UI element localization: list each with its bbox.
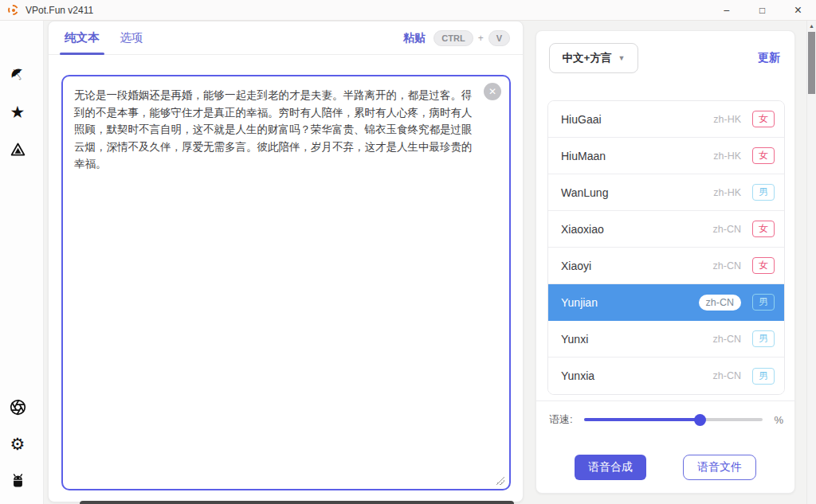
- voice-row[interactable]: Xiaoxiao zh-CN 女: [548, 211, 784, 248]
- voice-list: HiuGaai zh-HK 女 HiuMaan zh-HK 女 WanLung …: [547, 100, 785, 395]
- voice-row[interactable]: HiuGaai zh-HK 女: [548, 101, 784, 138]
- ctrl-key-badge: CTRL: [434, 30, 473, 46]
- voice-gender-badge: 女: [752, 147, 775, 164]
- paste-zone: 粘贴 CTRL + V: [403, 30, 510, 46]
- tab-options[interactable]: 选项: [116, 21, 148, 54]
- close-button[interactable]: ×: [780, 0, 816, 20]
- voice-name: Xiaoxiao: [561, 223, 604, 236]
- minimize-button[interactable]: −: [708, 0, 744, 20]
- voice-lang-badge: zh-CN: [713, 224, 741, 235]
- voice-lang-badge: zh-CN: [699, 295, 741, 311]
- voice-lang-badge: zh-CN: [713, 334, 741, 345]
- rate-slider-fill: [584, 418, 700, 421]
- sidebar: ☂ ★ ⚙: [0, 21, 44, 504]
- voice-gender-badge: 男: [752, 330, 775, 347]
- voice-row[interactable]: WanLung zh-HK 男: [548, 174, 784, 211]
- voice-name: Yunxia: [561, 369, 594, 382]
- window-scrollbar[interactable]: ▲: [806, 21, 816, 504]
- rate-label: 语速:: [549, 412, 573, 427]
- voice-lang-badge: zh-HK: [713, 187, 741, 198]
- voice-lang-badge: zh-HK: [713, 114, 741, 125]
- tab-plain-text[interactable]: 纯文本: [60, 21, 104, 54]
- voice-gender-badge: 男: [752, 368, 775, 385]
- text-input[interactable]: 无论是一段婚姻还是再婚，能够一起走到老的才是夫妻。半路离开的，都是过客。得到的不…: [61, 75, 511, 490]
- cutoff-toast-strip: [80, 501, 514, 504]
- chevron-down-icon: ▼: [618, 54, 625, 62]
- android-icon[interactable]: [6, 469, 29, 491]
- rate-slider-thumb[interactable]: [694, 414, 706, 426]
- voice-row[interactable]: Xiaoyi zh-CN 女: [548, 248, 784, 284]
- voice-gender-badge: 女: [752, 221, 775, 237]
- umbrella-icon[interactable]: ☂: [2, 59, 33, 90]
- voice-gender-badge: 女: [752, 257, 775, 274]
- clear-text-icon[interactable]: ✕: [484, 83, 501, 100]
- star-icon[interactable]: ★: [6, 101, 29, 123]
- editor-tabs: 纯文本 选项 粘贴 CTRL + V: [49, 21, 523, 55]
- rate-slider[interactable]: [584, 418, 763, 421]
- voice-name: HiuGaai: [561, 113, 602, 126]
- app-logo-icon: [8, 5, 18, 15]
- voice-row[interactable]: HiuMaan zh-HK 女: [548, 138, 784, 174]
- voice-name: Yunjian: [561, 296, 598, 309]
- voice-lang-badge: zh-CN: [713, 370, 741, 381]
- title-bar: VPot.Fun v2411 − □ ×: [0, 0, 816, 21]
- window-title: VPot.Fun v2411: [26, 5, 93, 16]
- rate-row: 语速: %: [536, 404, 794, 436]
- voice-row[interactable]: Yunjian zh-CN 男: [548, 284, 784, 321]
- paste-button[interactable]: 粘贴: [403, 31, 426, 45]
- gear-icon[interactable]: ⚙: [6, 433, 29, 455]
- synthesize-button[interactable]: 语音合成: [575, 455, 646, 480]
- divider: [536, 400, 794, 401]
- update-link[interactable]: 更新: [758, 51, 780, 65]
- voice-name: Yunxi: [561, 333, 588, 346]
- voice-name: WanLung: [561, 186, 608, 199]
- resize-handle[interactable]: [496, 477, 504, 485]
- plus-separator: +: [478, 33, 484, 44]
- language-select[interactable]: 中文+方言 ▼: [549, 43, 638, 73]
- maximize-button[interactable]: □: [744, 0, 780, 20]
- window-controls: − □ ×: [708, 0, 816, 20]
- rate-unit: %: [774, 414, 783, 426]
- voice-gender-badge: 男: [752, 294, 775, 311]
- voice-lang-badge: zh-CN: [713, 260, 741, 272]
- mountain-icon[interactable]: [6, 138, 29, 160]
- voice-panel: 中文+方言 ▼ 更新 HiuGaai zh-HK 女 HiuMaan zh-HK…: [536, 30, 795, 494]
- language-select-value: 中文+方言: [563, 51, 612, 65]
- v-key-badge: V: [488, 30, 510, 46]
- editor-card: 纯文本 选项 粘贴 CTRL + V 无论是一段婚姻还是再婚，能够一起走到老的才…: [48, 21, 524, 502]
- scrollbar-thumb[interactable]: [808, 32, 815, 94]
- shutter-icon[interactable]: [6, 396, 29, 418]
- voice-row[interactable]: Yunxia zh-CN 男: [548, 357, 784, 394]
- action-row: 语音合成 语音文件: [536, 455, 794, 480]
- scroll-up-icon[interactable]: ▲: [807, 23, 816, 29]
- voice-name: Xiaoyi: [561, 260, 591, 272]
- voice-gender-badge: 女: [752, 111, 775, 127]
- voice-file-button[interactable]: 语音文件: [683, 455, 756, 480]
- voice-lang-badge: zh-HK: [713, 150, 741, 162]
- voice-name: HiuMaan: [561, 150, 606, 162]
- voice-row[interactable]: Yunxi zh-CN 男: [548, 321, 784, 357]
- voice-gender-badge: 男: [752, 184, 775, 201]
